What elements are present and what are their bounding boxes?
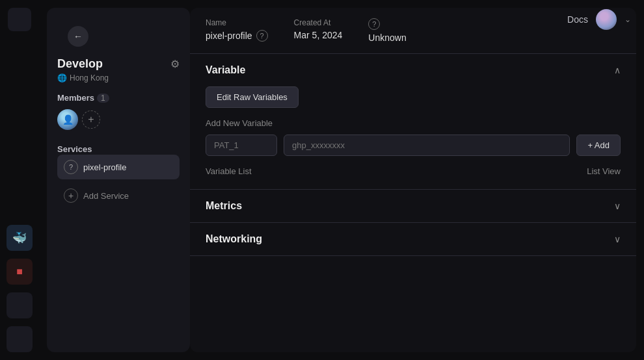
- service-name: pixel-profile: [83, 162, 126, 172]
- region-flag-icon: 🌐: [57, 73, 67, 83]
- add-button-label: + Add: [587, 140, 610, 150]
- main-panel: Name pixel-profile ? Created At Mar 5, 2…: [190, 8, 636, 352]
- variable-section-header[interactable]: Variable ∧: [190, 54, 636, 86]
- service-item-pixel-profile[interactable]: ? pixel-profile: [57, 155, 180, 179]
- name-label: Name: [206, 18, 268, 27]
- icon-bar-item-redis[interactable]: ■: [7, 259, 33, 285]
- variable-section-content: Edit Raw Variables Add New Variable + Ad…: [190, 86, 636, 189]
- created-label: Created At: [294, 18, 343, 27]
- gear-icon: ⚙: [170, 58, 180, 70]
- variable-list-label: Variable List: [206, 166, 252, 176]
- name-field: Name pixel-profile ?: [206, 18, 268, 42]
- project-title: Develop: [57, 57, 103, 71]
- add-variable-button[interactable]: + Add: [576, 135, 621, 156]
- name-value: pixel-profile: [206, 31, 252, 41]
- members-row: 👤 +: [57, 109, 180, 130]
- icon-bar: 🐳 ■: [0, 0, 39, 360]
- user-avatar[interactable]: [596, 9, 617, 30]
- variable-key-input[interactable]: [206, 135, 277, 156]
- unknown-field: ? Unknown: [368, 18, 406, 43]
- metrics-section-title: Metrics: [206, 200, 242, 212]
- metrics-expand-icon: ∨: [614, 201, 621, 211]
- member-count-badge: 1: [97, 94, 109, 103]
- avatar-image: 👤: [57, 109, 78, 130]
- user-menu-chevron[interactable]: ⌄: [624, 15, 631, 24]
- add-service-label: Add Service: [83, 191, 129, 201]
- edit-raw-variables-button[interactable]: Edit Raw Variables: [206, 86, 299, 108]
- add-member-icon: +: [88, 114, 94, 125]
- metrics-section-header[interactable]: Metrics ∨: [190, 190, 636, 222]
- service-icon: ?: [64, 160, 78, 174]
- created-field: Created At Mar 5, 2024: [294, 18, 343, 40]
- add-service-icon: +: [64, 188, 78, 203]
- networking-section-header[interactable]: Networking ∨: [190, 223, 636, 255]
- icon-bar-item-sq1[interactable]: [7, 292, 33, 318]
- back-button[interactable]: ←: [68, 26, 88, 47]
- unknown-help-icon[interactable]: ?: [368, 18, 380, 30]
- variable-collapse-icon: ∧: [614, 65, 621, 75]
- project-region: 🌐 Hong Kong: [57, 73, 180, 83]
- services-label: Services: [57, 144, 92, 154]
- list-view-label[interactable]: List View: [587, 166, 621, 176]
- created-value: Mar 5, 2024: [294, 30, 343, 40]
- services-section: Services ? pixel-profile + Add Service: [57, 143, 180, 208]
- project-header: Develop ⚙: [57, 57, 180, 71]
- project-panel: ← Develop ⚙ 🌐 Hong Kong Members 1 👤 + Se…: [47, 8, 190, 352]
- variable-list-row: Variable List List View: [206, 166, 621, 176]
- icon-bar-item-home[interactable]: [8, 8, 31, 31]
- networking-expand-icon: ∨: [614, 234, 621, 244]
- settings-button[interactable]: ⚙: [170, 58, 180, 70]
- service-question-icon: ?: [69, 163, 73, 171]
- member-avatar[interactable]: 👤: [57, 109, 78, 130]
- variable-value-input[interactable]: [284, 135, 570, 156]
- icon-bar-item-sq2[interactable]: [7, 326, 33, 352]
- members-header: Members 1: [57, 93, 180, 103]
- variable-section-title: Variable: [206, 64, 245, 76]
- variable-section: Variable ∧ Edit Raw Variables Add New Va…: [190, 54, 636, 190]
- region-label: Hong Kong: [70, 73, 109, 83]
- unknown-value: Unknown: [368, 32, 406, 43]
- name-value-row: pixel-profile ?: [206, 30, 268, 42]
- networking-section-title: Networking: [206, 233, 262, 245]
- add-new-variable-label: Add New Variable: [206, 118, 621, 128]
- members-label: Members: [57, 93, 94, 103]
- networking-section: Networking ∨: [190, 223, 636, 256]
- add-service-item[interactable]: + Add Service: [57, 183, 180, 208]
- metrics-section: Metrics ∨: [190, 190, 636, 223]
- icon-bar-item-docker[interactable]: 🐳: [7, 225, 33, 251]
- top-header: Docs ⌄: [554, 0, 644, 39]
- docs-link[interactable]: Docs: [567, 14, 588, 25]
- name-help-icon[interactable]: ?: [256, 30, 268, 42]
- add-member-button[interactable]: +: [82, 110, 100, 129]
- detail-panel: Variable ∧ Edit Raw Variables Add New Va…: [190, 54, 636, 352]
- variable-inputs-row: + Add: [206, 135, 621, 156]
